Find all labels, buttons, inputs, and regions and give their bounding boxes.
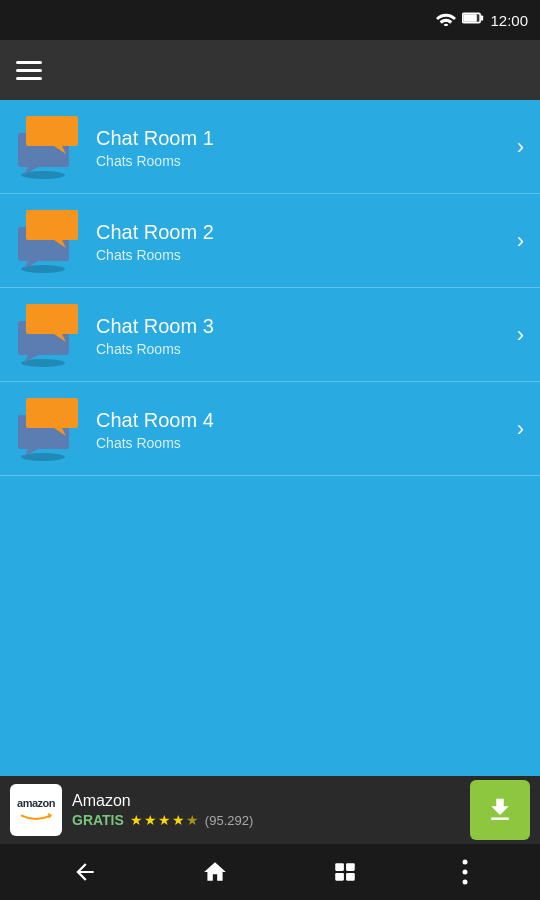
svg-rect-11 [346, 873, 355, 881]
status-time: 12:00 [490, 12, 528, 29]
home-icon [202, 859, 228, 885]
wifi-icon [436, 10, 456, 30]
home-button[interactable] [194, 851, 236, 893]
svg-rect-10 [335, 873, 344, 881]
star-1: ★ [130, 812, 143, 828]
battery-icon [462, 11, 484, 29]
chat-icon-wrapper-3 [16, 302, 86, 367]
item-title-2: Chat Room 2 [96, 219, 509, 245]
chat-room-list: Chat Room 1 Chats Rooms › Chat Room 2 Ch… [0, 100, 540, 476]
ad-banner[interactable]: amazon Amazon GRATIS ★ ★ ★ ★ ★ (95.292) [0, 776, 540, 844]
recents-icon [332, 859, 358, 885]
chat-icon-wrapper-4 [16, 396, 86, 461]
chevron-2: › [517, 228, 524, 254]
chevron-4: › [517, 416, 524, 442]
bubble-orange-2 [26, 208, 78, 252]
svg-rect-1 [481, 15, 484, 20]
chat-icon-wrapper-1 [16, 114, 86, 179]
more-icon [462, 859, 468, 885]
item-text-1: Chat Room 1 Chats Rooms [96, 125, 509, 169]
star-3: ★ [158, 812, 171, 828]
ad-stars: ★ ★ ★ ★ ★ [130, 812, 199, 828]
item-text-2: Chat Room 2 Chats Rooms [96, 219, 509, 263]
item-subtitle-4: Chats Rooms [96, 435, 509, 451]
recents-button[interactable] [324, 851, 366, 893]
ad-download-button[interactable] [470, 780, 530, 840]
ad-info: Amazon GRATIS ★ ★ ★ ★ ★ (95.292) [62, 792, 470, 828]
ad-logo-text: amazon [17, 797, 55, 809]
ad-app-name: Amazon [72, 792, 470, 810]
item-subtitle-2: Chats Rooms [96, 247, 509, 263]
bubble-orange-3 [26, 302, 78, 346]
more-button[interactable] [454, 851, 476, 893]
top-bar [0, 40, 540, 100]
item-subtitle-1: Chats Rooms [96, 153, 509, 169]
ad-price: GRATIS [72, 812, 124, 828]
svg-rect-3 [464, 14, 478, 22]
star-5: ★ [186, 812, 199, 828]
status-icons: 12:00 [436, 10, 528, 30]
svg-rect-9 [346, 863, 355, 871]
ad-reviews: (95.292) [205, 813, 253, 828]
svg-rect-8 [335, 863, 344, 871]
bubble-orange-4 [26, 396, 78, 440]
item-subtitle-3: Chats Rooms [96, 341, 509, 357]
chat-room-item-3[interactable]: Chat Room 3 Chats Rooms › [0, 288, 540, 382]
amazon-smile-icon [18, 809, 54, 823]
hamburger-menu[interactable] [16, 61, 42, 80]
chat-icon-wrapper-2 [16, 208, 86, 273]
chevron-1: › [517, 134, 524, 160]
svg-point-13 [463, 870, 468, 875]
item-title-3: Chat Room 3 [96, 313, 509, 339]
item-title-4: Chat Room 4 [96, 407, 509, 433]
chat-room-item-2[interactable]: Chat Room 2 Chats Rooms › [0, 194, 540, 288]
back-button[interactable] [64, 851, 106, 893]
bottom-nav-bar [0, 844, 540, 900]
ad-gratis-row: GRATIS ★ ★ ★ ★ ★ (95.292) [72, 812, 470, 828]
item-title-1: Chat Room 1 [96, 125, 509, 151]
svg-point-12 [463, 860, 468, 865]
chat-room-item-4[interactable]: Chat Room 4 Chats Rooms › [0, 382, 540, 476]
item-text-4: Chat Room 4 Chats Rooms [96, 407, 509, 451]
download-icon [485, 795, 515, 825]
chevron-3: › [517, 322, 524, 348]
svg-point-14 [463, 880, 468, 885]
star-4: ★ [172, 812, 185, 828]
ad-logo: amazon [10, 784, 62, 836]
chat-room-item-1[interactable]: Chat Room 1 Chats Rooms › [0, 100, 540, 194]
back-icon [72, 859, 98, 885]
star-2: ★ [144, 812, 157, 828]
item-text-3: Chat Room 3 Chats Rooms [96, 313, 509, 357]
bubble-orange-1 [26, 114, 78, 158]
status-bar: 12:00 [0, 0, 540, 40]
